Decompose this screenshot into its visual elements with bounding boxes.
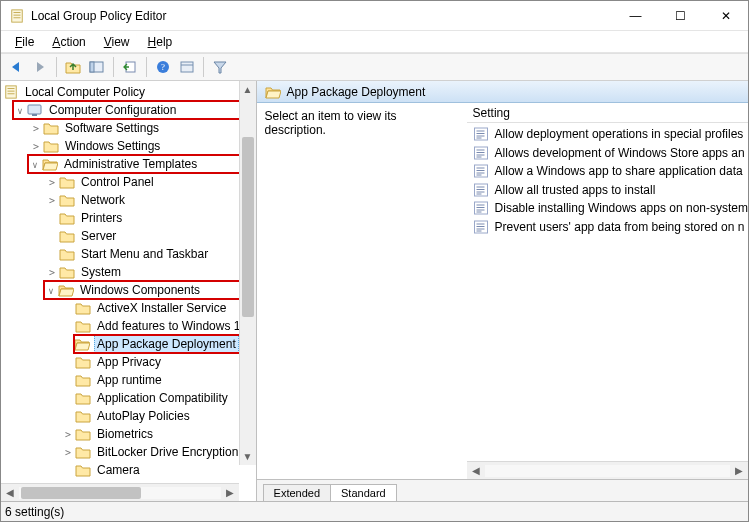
tree-start-menu-taskbar[interactable]: Start Menu and Taskbar	[1, 245, 256, 263]
scroll-right-button[interactable]: ▶	[730, 463, 748, 479]
tree-app-privacy[interactable]: App Privacy	[1, 353, 256, 371]
svg-text:?: ?	[161, 62, 165, 72]
tree-biometrics[interactable]: Biometrics	[1, 425, 256, 443]
expander-icon[interactable]	[29, 141, 43, 152]
policy-icon	[3, 85, 19, 99]
expander-icon[interactable]	[61, 429, 75, 440]
minimize-button[interactable]: —	[613, 2, 658, 30]
tree-root[interactable]: Local Computer Policy	[1, 83, 256, 101]
policy-tree[interactable]: Local Computer Policy Computer Configura…	[1, 81, 256, 483]
setting-row[interactable]: Allow all trusted apps to install	[467, 181, 748, 200]
tree-printers[interactable]: Printers	[1, 209, 256, 227]
tree-app-runtime[interactable]: App runtime	[1, 371, 256, 389]
setting-row[interactable]: Allow a Windows app to share application…	[467, 162, 748, 181]
setting-label: Disable installing Windows apps on non-s…	[495, 201, 748, 215]
scroll-up-button[interactable]: ▲	[240, 81, 256, 98]
setting-row[interactable]: Disable installing Windows apps on non-s…	[467, 199, 748, 218]
window-title: Local Group Policy Editor	[31, 9, 613, 23]
details-pane: App Package Deployment Select an item to…	[257, 81, 748, 501]
expander-icon[interactable]	[45, 177, 59, 188]
folder-icon	[75, 301, 91, 315]
menu-view[interactable]: View	[96, 33, 138, 51]
setting-icon	[473, 183, 489, 197]
menu-file[interactable]: File	[7, 33, 42, 51]
scroll-right-button[interactable]: ▶	[221, 485, 239, 501]
tab-standard[interactable]: Standard	[330, 484, 397, 501]
scroll-thumb[interactable]	[21, 487, 141, 499]
tree-windows-components[interactable]: Windows Components	[44, 281, 255, 299]
tree-app-compatibility[interactable]: Application Compatibility	[1, 389, 256, 407]
column-header-setting[interactable]: Setting	[467, 103, 748, 123]
options-button[interactable]	[176, 56, 198, 78]
back-button[interactable]	[5, 56, 27, 78]
menubar: File Action View Help	[1, 31, 748, 53]
tree-windows-settings[interactable]: Windows Settings	[1, 137, 256, 155]
tree-bitlocker[interactable]: BitLocker Drive Encryption	[1, 443, 256, 461]
folder-icon	[265, 85, 281, 99]
folder-icon	[75, 463, 91, 477]
tree-computer-configuration[interactable]: Computer Configuration	[13, 101, 255, 119]
folder-icon	[59, 247, 75, 261]
setting-row[interactable]: Prevent users' app data from being store…	[467, 218, 748, 237]
show-hide-tree-button[interactable]	[86, 56, 108, 78]
scroll-left-button[interactable]: ◀	[1, 485, 19, 501]
setting-row[interactable]: Allow deployment operations in special p…	[467, 125, 748, 144]
tree-network[interactable]: Network	[1, 191, 256, 209]
description-prompt: Select an item to view its description.	[265, 109, 397, 137]
list-hscrollbar[interactable]: ◀ ▶	[467, 461, 748, 479]
folder-icon	[42, 157, 58, 171]
expander-icon[interactable]	[13, 105, 27, 116]
menu-action[interactable]: Action	[44, 33, 93, 51]
content-area: Local Computer Policy Computer Configura…	[1, 81, 748, 501]
folder-icon	[43, 139, 59, 153]
export-list-button[interactable]	[119, 56, 141, 78]
forward-button[interactable]	[29, 56, 51, 78]
filter-button[interactable]	[209, 56, 231, 78]
expander-icon[interactable]	[28, 159, 42, 170]
tree-activex-installer[interactable]: ActiveX Installer Service	[1, 299, 256, 317]
tab-extended[interactable]: Extended	[263, 484, 331, 501]
tree-autoplay-policies[interactable]: AutoPlay Policies	[1, 407, 256, 425]
tree-camera[interactable]: Camera	[1, 461, 256, 479]
folder-icon	[75, 427, 91, 441]
tree-vscrollbar[interactable]: ▲ ▼	[239, 81, 256, 465]
svg-rect-16	[181, 62, 193, 72]
folder-icon	[74, 337, 90, 351]
expander-icon[interactable]	[44, 285, 58, 296]
expander-icon[interactable]	[29, 123, 43, 134]
view-tabs: Extended Standard	[257, 479, 748, 501]
tree-hscrollbar[interactable]: ◀ ▶	[1, 483, 239, 501]
menu-help[interactable]: Help	[140, 33, 181, 51]
folder-icon	[58, 283, 74, 297]
tree-server[interactable]: Server	[1, 227, 256, 245]
scroll-down-button[interactable]: ▼	[240, 448, 256, 465]
tree-add-features[interactable]: Add features to Windows 1	[1, 317, 256, 335]
setting-row[interactable]: Allows development of Windows Store apps…	[467, 144, 748, 163]
titlebar[interactable]: Local Group Policy Editor — ☐ ✕	[1, 1, 748, 31]
tree-app-package-deployment[interactable]: App Package Deployment	[74, 335, 255, 353]
description-panel: Select an item to view its description.	[257, 103, 467, 479]
folder-icon	[59, 193, 75, 207]
expander-icon[interactable]	[45, 267, 59, 278]
folder-icon	[75, 391, 91, 405]
tree-control-panel[interactable]: Control Panel	[1, 173, 256, 191]
folder-icon	[43, 121, 59, 135]
tree-system[interactable]: System	[1, 263, 256, 281]
tree-software-settings[interactable]: Software Settings	[1, 119, 256, 137]
folder-icon	[75, 445, 91, 459]
close-button[interactable]: ✕	[703, 2, 748, 30]
setting-label: Allow all trusted apps to install	[495, 183, 656, 197]
tree-administrative-templates[interactable]: Administrative Templates	[28, 155, 255, 173]
expander-icon[interactable]	[45, 195, 59, 206]
up-button[interactable]	[62, 56, 84, 78]
help-button[interactable]: ?	[152, 56, 174, 78]
expander-icon[interactable]	[61, 447, 75, 458]
settings-list: Setting Allow deployment operations in s…	[467, 103, 748, 479]
scroll-thumb[interactable]	[242, 137, 254, 317]
maximize-button[interactable]: ☐	[658, 2, 703, 30]
statusbar: 6 setting(s)	[1, 501, 748, 521]
setting-icon	[473, 164, 489, 178]
setting-icon	[473, 127, 489, 141]
scroll-left-button[interactable]: ◀	[467, 463, 485, 479]
setting-label: Prevent users' app data from being store…	[495, 220, 745, 234]
